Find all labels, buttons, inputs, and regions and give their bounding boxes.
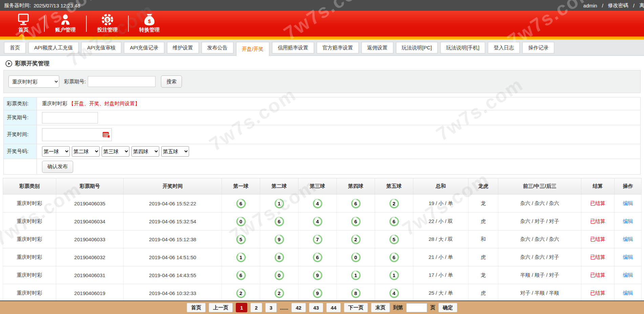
tab-4[interactable]: 维护设置 xyxy=(167,42,199,53)
nav-item-betting[interactable]: $ 投注管理 xyxy=(87,11,128,37)
column-header: 龙虎 xyxy=(469,178,498,195)
pager-page-1[interactable]: 1 xyxy=(236,303,247,312)
cell-ball-5: 6 xyxy=(375,248,413,266)
pager-button-末页[interactable]: 末页 xyxy=(371,303,390,312)
lottery-ball: 6 xyxy=(313,253,322,262)
ball-select-4[interactable]: 第四球 xyxy=(131,146,159,157)
pager-button-首页[interactable]: 首页 xyxy=(187,303,206,312)
cell-action: 编辑 xyxy=(615,195,642,212)
cell-issue: 20190406031 xyxy=(56,266,124,284)
pager-page-2[interactable]: 2 xyxy=(250,303,262,312)
cell-ball-3: 9 xyxy=(298,266,337,284)
edit-link[interactable]: 编辑 xyxy=(623,200,633,206)
nav-item-home[interactable]: 首页 xyxy=(3,11,44,37)
ball-select-2[interactable]: 第二球 xyxy=(72,146,100,157)
nav-item-transfer[interactable]: $ 转换管理 xyxy=(129,11,170,37)
table-body: 重庆时时彩201904060352019-04-06 15:52:2261462… xyxy=(3,195,642,302)
issue-search-input[interactable] xyxy=(88,76,155,87)
cell-ball-3: 9 xyxy=(298,284,337,302)
cell-ball-5: 2 xyxy=(375,195,413,212)
nav-item-accounts[interactable]: 账户管理 xyxy=(45,11,86,37)
separator: / xyxy=(633,3,635,8)
column-header: 前三/中三/后三 xyxy=(498,178,581,195)
tab-10[interactable]: 玩法说明[PC] xyxy=(396,42,438,53)
pager-button-上一页[interactable]: 上一页 xyxy=(209,303,233,312)
status-settled-text: 已结算 xyxy=(590,272,605,278)
pager-page-43[interactable]: 43 xyxy=(309,303,324,312)
lottery-ball: 6 xyxy=(390,217,399,226)
cell-ball-5: 5 xyxy=(375,230,413,248)
draw-time-input[interactable] xyxy=(44,130,102,139)
svg-text:$: $ xyxy=(148,18,151,24)
draw-issue-input[interactable] xyxy=(42,112,98,124)
pager-page-3[interactable]: 3 xyxy=(265,303,277,312)
pager-page-42[interactable]: 42 xyxy=(291,303,306,312)
cell-patterns: 杂六 / 杂六 / 杂六 xyxy=(498,195,581,212)
cell-patterns: 杂六 / 杂六 / 杂六 xyxy=(498,230,581,248)
edit-link[interactable]: 编辑 xyxy=(623,236,633,242)
cell-ball-1: 6 xyxy=(222,195,260,212)
tab-1[interactable]: API额度人工充值 xyxy=(28,42,79,53)
column-header: 第四球 xyxy=(337,178,375,195)
time-settings-link[interactable]: 【开盘、开奖、封盘时间设置】 xyxy=(69,100,140,107)
cell-draw-time: 2019-04-06 10:32:33 xyxy=(124,284,222,302)
cell-status: 已结算 xyxy=(581,195,615,212)
pager-text: ...... xyxy=(280,305,288,311)
lottery-ball: 9 xyxy=(275,235,284,244)
table-row: 重庆时时彩201904060332019-04-06 15:12:3859725… xyxy=(3,230,642,248)
cell-ball-2: 2 xyxy=(260,284,298,302)
category-label: 彩票类别: xyxy=(4,97,37,110)
confirm-publish-button[interactable]: 确认发布 xyxy=(42,161,73,173)
pager-button-确定[interactable]: 确定 xyxy=(438,303,457,312)
cell-patterns: 对子 / 半顺 / 半顺 xyxy=(498,284,581,302)
logout-link[interactable]: 离开 xyxy=(639,2,644,9)
status-settled-text: 已结算 xyxy=(590,236,605,242)
tab-0[interactable]: 首页 xyxy=(4,42,26,53)
main-nav: 首页 账户管理 $ 投注管理 $ 转换管理 xyxy=(0,11,644,37)
lottery-ball: 1 xyxy=(351,271,360,280)
cell-ball-1: 2 xyxy=(222,284,260,302)
tab-11[interactable]: 玩法说明[手机] xyxy=(440,42,485,53)
edit-link[interactable]: 编辑 xyxy=(623,272,633,278)
search-button[interactable]: 搜索 xyxy=(161,75,182,88)
tab-2[interactable]: API充值审核 xyxy=(81,42,121,53)
username-link[interactable]: admin xyxy=(583,3,597,8)
lottery-ball: 6 xyxy=(351,199,360,208)
cell-ball-4: 6 xyxy=(337,195,375,212)
cell-sum: 22 / 小 / 双 xyxy=(413,212,469,230)
column-header: 总和 xyxy=(413,178,469,195)
tab-active-6[interactable]: 开盘/开奖 xyxy=(236,42,269,56)
svg-text:$: $ xyxy=(106,17,109,22)
tab-13[interactable]: 操作记录 xyxy=(522,42,554,53)
cell-ball-3: 4 xyxy=(298,195,337,212)
lottery-type-select[interactable]: 重庆时时彩 xyxy=(8,75,59,88)
edit-link[interactable]: 编辑 xyxy=(623,290,633,296)
column-header: 彩票期号 xyxy=(56,178,124,195)
lottery-ball: 4 xyxy=(313,199,322,208)
tab-9[interactable]: 返佣设置 xyxy=(361,42,393,53)
pager-page-44[interactable]: 44 xyxy=(326,303,341,312)
cell-issue: 20190406035 xyxy=(56,195,124,212)
lottery-ball: 8 xyxy=(275,253,284,262)
calendar-icon[interactable] xyxy=(102,131,110,138)
ball-select-1[interactable]: 第一球 xyxy=(42,146,70,157)
tab-7[interactable]: 信用赔率设置 xyxy=(272,42,314,53)
lottery-ball: 2 xyxy=(390,199,399,208)
change-password-link[interactable]: 修改密碼 xyxy=(608,2,628,9)
goto-page-input[interactable] xyxy=(406,303,427,312)
cell-issue: 20190406019 xyxy=(56,284,124,302)
pager-button-下一页[interactable]: 下一页 xyxy=(344,303,368,312)
tab-12[interactable]: 登入日志 xyxy=(488,42,520,53)
cell-category: 重庆时时彩 xyxy=(3,266,56,284)
column-header: 第五球 xyxy=(375,178,413,195)
cell-status: 已结算 xyxy=(581,248,615,266)
tab-5[interactable]: 发布公告 xyxy=(202,42,233,53)
edit-link[interactable]: 编辑 xyxy=(623,254,633,260)
ball-select-5[interactable]: 第五球 xyxy=(161,146,189,157)
tab-3[interactable]: API充值记录 xyxy=(124,42,164,53)
edit-link[interactable]: 编辑 xyxy=(623,218,633,224)
ball-select-3[interactable]: 第三球 xyxy=(102,146,129,157)
publish-form: 彩票类别: 重庆时时彩 【开盘、开奖、封盘时间设置】 开奖期号: 开奖时间: xyxy=(3,97,641,175)
tab-8[interactable]: 官方赔率设置 xyxy=(317,42,359,53)
cell-ball-4: 8 xyxy=(337,284,375,302)
